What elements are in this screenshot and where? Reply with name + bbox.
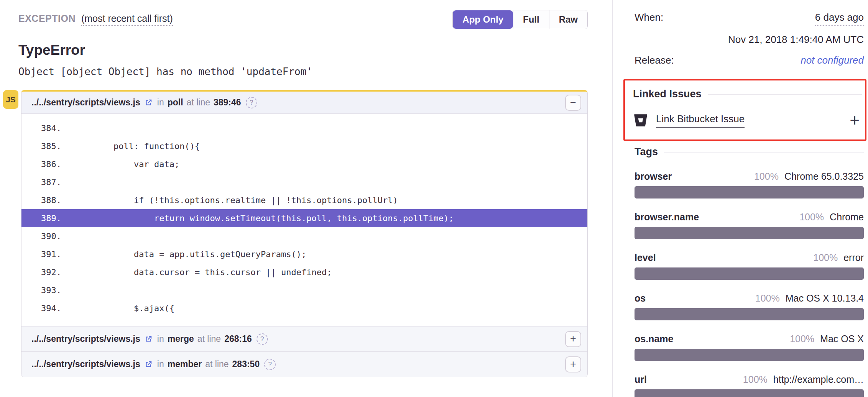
tag-key[interactable]: os	[635, 293, 646, 303]
tag-right: 100% Mac OS X 10.13.4	[755, 293, 864, 303]
frame-in-label: in	[157, 97, 164, 108]
tag-percent: 100%	[755, 293, 780, 303]
stack-frame-collapsed[interactable]: ../../sentry/scripts/views.js in merge a…	[21, 326, 587, 351]
stack-frame-collapsed[interactable]: ../../sentry/scripts/views.js in member …	[21, 351, 587, 377]
external-link-icon[interactable]	[144, 98, 153, 107]
tag-percent: 100%	[743, 374, 768, 385]
tag-distribution-bar[interactable]	[635, 308, 864, 320]
expand-frame-button[interactable]: +	[565, 356, 581, 372]
release-row: Release: not configured	[635, 54, 864, 66]
release-value[interactable]: not configured	[801, 54, 864, 66]
code-line: 384.	[21, 119, 587, 137]
external-link-icon[interactable]	[144, 360, 153, 369]
error-type-title: TypeError	[18, 42, 588, 58]
view-toggle-button[interactable]: Full	[513, 10, 549, 29]
tag-key[interactable]: os.name	[635, 333, 673, 344]
code-line-number: 384.	[21, 123, 61, 133]
tags-heading-text: Tags	[635, 146, 658, 158]
frame-line-number: 389:46	[214, 97, 241, 108]
code-line: 390.	[21, 227, 587, 245]
linked-issues-heading: Linked Issues	[633, 88, 862, 100]
code-line-number: 389.	[21, 213, 61, 223]
expand-frame-button[interactable]: +	[565, 331, 581, 347]
error-message: Object [object Object] has no method 'up…	[18, 66, 588, 77]
call-order-label[interactable]: (most recent call first)	[81, 13, 173, 26]
tags-heading: Tags	[635, 146, 864, 158]
when-relative-time[interactable]: 6 days ago	[815, 11, 864, 26]
code-line: 394. $.ajax({	[21, 299, 587, 317]
tag-value[interactable]: Mac OS X 10.13.4	[786, 293, 864, 303]
tag-key[interactable]: browser.name	[635, 212, 699, 222]
tag-head: level 100% error	[635, 252, 864, 263]
tag-item: browser.name 100% Chrome	[635, 212, 864, 239]
collapse-frame-button[interactable]: −	[565, 95, 581, 111]
tag-distribution-bar[interactable]	[635, 227, 864, 239]
frame-line-number: 283:50	[232, 359, 260, 369]
exception-header: EXCEPTION (most recent call first) App O…	[18, 10, 588, 29]
tag-key[interactable]: url	[635, 374, 647, 385]
frame-function-name: member	[168, 359, 202, 369]
code-line-number: 386.	[21, 159, 61, 169]
stack-frame-header-poll[interactable]: ../../sentry/scripts/views.js in poll at…	[21, 92, 587, 114]
add-issue-plus-icon[interactable]: +	[850, 112, 860, 129]
tag-item: browser 100% Chrome 65.0.3325	[635, 171, 864, 198]
tag-percent: 100%	[790, 333, 814, 344]
code-line-number: 394.	[21, 303, 61, 313]
code-line-text: data.cursor = this.cursor || undefined;	[73, 267, 332, 277]
tag-item: os 100% Mac OS X 10.13.4	[635, 293, 864, 320]
tag-percent: 100%	[813, 252, 838, 263]
tag-value[interactable]: error	[843, 252, 864, 263]
linked-issues-heading-text: Linked Issues	[633, 88, 702, 100]
when-row: When: 6 days ago	[635, 11, 864, 26]
code-line-number: 387.	[21, 177, 61, 187]
code-line-number: 388.	[21, 195, 61, 205]
code-line: 385. poll: function(){	[21, 137, 587, 155]
source-context: 384. 385. poll: function(){ 386. var dat…	[21, 114, 587, 326]
tag-value[interactable]: Chrome	[830, 212, 864, 222]
tag-head: os.name 100% Mac OS X	[635, 333, 864, 344]
tag-key[interactable]: browser	[635, 171, 672, 182]
frame-line-number: 268:16	[224, 334, 252, 344]
external-link-icon[interactable]	[144, 335, 153, 343]
tag-distribution-bar[interactable]	[635, 267, 864, 280]
tag-distribution-bar[interactable]	[635, 349, 864, 361]
tag-distribution-bar[interactable]	[635, 186, 864, 198]
stacktrace-view-toggle: App OnlyFullRaw	[452, 10, 588, 29]
frame-filename: ../../sentry/scripts/views.js	[31, 97, 140, 108]
tag-value[interactable]: Mac OS X	[820, 333, 864, 344]
help-icon[interactable]: ?	[246, 97, 257, 108]
exception-panel: EXCEPTION (most recent call first) App O…	[0, 0, 612, 397]
view-toggle-button[interactable]: App Only	[453, 10, 513, 29]
frame-function-name: merge	[168, 334, 194, 344]
tag-value[interactable]: Chrome 65.0.3325	[784, 171, 864, 182]
code-line-text: data = app.utils.getQueryParams();	[73, 249, 306, 259]
code-line-number: 393.	[21, 285, 61, 295]
code-line-text: $.ajax({	[73, 303, 174, 313]
collapsed-frames-list: ../../sentry/scripts/views.js in merge a…	[21, 326, 587, 377]
code-line-number: 391.	[21, 249, 61, 259]
tag-value[interactable]: http://example.com…	[773, 374, 864, 385]
code-line: 387.	[21, 173, 587, 191]
tag-key[interactable]: level	[635, 252, 656, 263]
event-sidebar: When: 6 days ago Nov 21, 2018 1:49:40 AM…	[612, 0, 868, 397]
tag-percent: 100%	[799, 212, 824, 222]
tag-item: url 100% http://example.com…	[635, 374, 864, 397]
code-line-number: 392.	[21, 267, 61, 277]
tag-distribution-bar[interactable]	[635, 389, 864, 397]
help-icon[interactable]: ?	[256, 333, 268, 345]
tags-list: browser 100% Chrome 65.0.3325 browser.na…	[635, 171, 864, 397]
bitbucket-icon	[633, 112, 648, 128]
frame-atline-label: at line	[197, 334, 221, 344]
code-line-number: 390.	[21, 231, 61, 241]
code-line: 391. data = app.utils.getQueryParams();	[21, 245, 587, 263]
frame-atline-label: at line	[187, 97, 210, 108]
tag-head: browser 100% Chrome 65.0.3325	[635, 171, 864, 182]
link-bitbucket-issue-link[interactable]: Link Bitbucket Issue	[656, 113, 745, 128]
exception-label: EXCEPTION	[18, 13, 76, 24]
help-icon[interactable]: ?	[264, 359, 276, 370]
tag-head: browser.name 100% Chrome	[635, 212, 864, 222]
tag-head: os 100% Mac OS X 10.13.4	[635, 293, 864, 303]
code-line: 393.	[21, 281, 587, 299]
view-toggle-button[interactable]: Raw	[549, 10, 587, 29]
issue-detail-page: EXCEPTION (most recent call first) App O…	[0, 0, 868, 397]
